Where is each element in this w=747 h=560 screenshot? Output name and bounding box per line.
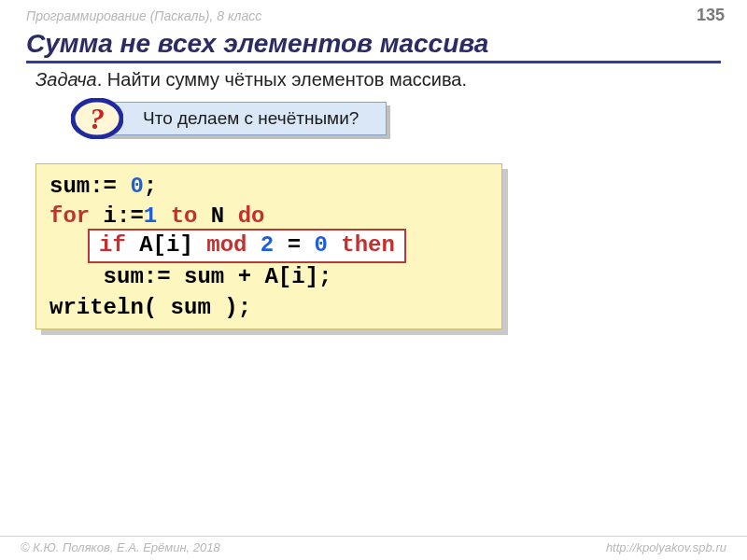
question-box: Что делаем с нечётными?: [97, 102, 387, 135]
code-block: sum:= 0; for i:=1 to N do sum:= sum + A[…: [35, 163, 512, 341]
code-l5: writeln( sum );: [49, 295, 251, 320]
code-l1c: ;: [144, 174, 157, 199]
code-l2d: [157, 203, 170, 229]
task-label: Задача: [35, 69, 97, 90]
slide-header: Программирование (Паскаль), 8 класс 135: [0, 0, 747, 25]
code-l2c: 1: [144, 203, 157, 229]
site-url: http://kpolyakov.spb.ru: [606, 540, 726, 554]
task-line: Задача. Найти сумму чётных элементов мас…: [35, 69, 721, 91]
ov-g: 0: [314, 232, 327, 258]
code-l2b: i:=: [90, 203, 144, 229]
question-mark-icon: ?: [71, 98, 123, 139]
slide-title: Сумма не всех элементов массива: [26, 29, 721, 63]
page-number: 135: [697, 6, 725, 25]
ov-d: [247, 232, 260, 258]
ov-i: then: [341, 232, 395, 258]
code-overlay: if A[i] mod 2 = 0 then: [88, 229, 406, 263]
ov-a: if: [99, 232, 126, 258]
task-text: . Найти сумму чётных элементов массива.: [97, 69, 467, 90]
course-label: Программирование (Паскаль), 8 класс: [26, 8, 261, 23]
code-l2a: for: [49, 203, 90, 229]
slide-footer: © К.Ю. Поляков, Е.А. Ерёмин, 2018 http:/…: [0, 536, 747, 560]
ov-e: 2: [261, 232, 274, 258]
code-l1a: sum:=: [49, 174, 130, 199]
question-mark-glyph: ?: [90, 102, 105, 135]
copyright: © К.Ю. Поляков, Е.А. Ерёмин, 2018: [21, 540, 220, 554]
ov-c: mod: [206, 232, 247, 258]
ov-f: =: [274, 232, 314, 258]
code-l2e: to: [171, 203, 198, 229]
ov-h: [328, 232, 341, 258]
code-l2f: N: [197, 203, 237, 229]
code-l2g: do: [238, 203, 265, 229]
ov-b: A[i]: [126, 232, 206, 258]
code-l1b: 0: [130, 174, 143, 199]
question-text: Что делаем с нечётными?: [143, 108, 359, 129]
code-l4: sum:= sum + A[i];: [49, 264, 331, 289]
question-block: Что делаем с нечётными? ?: [35, 100, 747, 147]
